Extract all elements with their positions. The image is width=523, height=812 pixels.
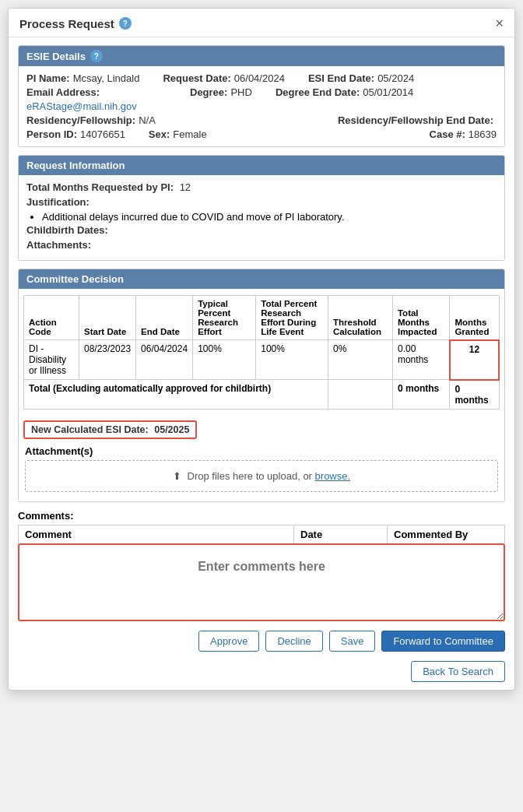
start-date-cell: 08/23/2023 bbox=[79, 340, 136, 380]
request-date-value: 06/04/2024 bbox=[234, 72, 285, 84]
months-requested-row: Total Months Requested by PI: 12 bbox=[26, 181, 497, 193]
modal-title: Process Request ? bbox=[19, 17, 132, 30]
committee-decision-section: Committee Decision Action Code Start Dat… bbox=[18, 269, 505, 502]
attachments-row: Attachments: bbox=[26, 239, 497, 251]
request-information-section: Request Information Total Months Request… bbox=[18, 155, 505, 261]
childbirth-row: Childbirth Dates: bbox=[26, 224, 497, 236]
residency-label: Residency/Fellowship: bbox=[26, 114, 135, 126]
back-to-search-button[interactable]: Back To Search bbox=[411, 661, 505, 682]
comment-col-header: Comment bbox=[19, 526, 294, 543]
sex-row: Sex: Female bbox=[149, 128, 207, 140]
esie-section-header: ESIE Details ? bbox=[19, 46, 504, 66]
request-section-header: Request Information bbox=[19, 156, 504, 175]
browse-link[interactable]: browse. bbox=[315, 470, 351, 482]
request-date-row: Request Date: 06/04/2024 bbox=[163, 72, 285, 84]
request-header-text: Request Information bbox=[26, 160, 125, 171]
attachments-section-label: Attachment(s) bbox=[25, 445, 498, 457]
col-end-date: End Date bbox=[136, 296, 193, 340]
col-action-code: Action Code bbox=[24, 296, 79, 340]
upload-icon: ⬆ bbox=[173, 470, 181, 482]
help-icon[interactable]: ? bbox=[119, 17, 132, 30]
comments-area: Comments: Comment Date Commented By bbox=[18, 510, 505, 621]
esi-end-date-value: 05/2024 bbox=[377, 72, 414, 84]
esi-date-container: New Calculated ESI Date: 05/2025 bbox=[23, 416, 500, 442]
justification-item: Additional delays incurred due to COVID … bbox=[42, 211, 497, 223]
esie-header-text: ESIE Details bbox=[26, 51, 86, 62]
drop-zone[interactable]: ⬆ Drop files here to upload, or browse. bbox=[25, 460, 498, 492]
degree-end-date-value: 05/01/2014 bbox=[363, 86, 413, 98]
modal-header: Process Request ? × bbox=[9, 9, 514, 37]
degree-end-date-label: Degree End Date: bbox=[276, 86, 360, 98]
request-section-body: Total Months Requested by PI: 12 Justifi… bbox=[19, 175, 504, 260]
degree-row: Degree: PHD bbox=[190, 86, 252, 98]
months-value: 12 bbox=[180, 181, 191, 193]
total-months-granted-cell: 0 months bbox=[450, 380, 499, 410]
modal-title-text: Process Request bbox=[19, 17, 114, 30]
committee-header-text: Committee Decision bbox=[26, 273, 124, 285]
months-label: Total Months Requested by PI: bbox=[26, 181, 174, 193]
committee-section-header: Committee Decision bbox=[19, 269, 504, 289]
degree-value: PHD bbox=[230, 86, 251, 98]
comments-table-header: Comment Date Commented By bbox=[18, 525, 505, 543]
request-date-label: Request Date: bbox=[163, 72, 230, 84]
col-months-granted: Months Granted bbox=[450, 296, 499, 340]
forward-to-committee-button[interactable]: Forward to Committee bbox=[381, 631, 505, 652]
residency-row: Residency/Fellowship: N/A bbox=[26, 114, 156, 126]
email-label: Email Address: bbox=[26, 86, 100, 98]
justification-row: Justification: bbox=[26, 196, 497, 208]
comments-label: Comments: bbox=[18, 510, 505, 522]
case-label: Case #: bbox=[430, 128, 465, 140]
end-date-cell: 06/04/2024 bbox=[136, 340, 193, 380]
justification-list: Additional delays incurred due to COVID … bbox=[42, 211, 497, 223]
col-typical-pct: Typical Percent Research Effort bbox=[193, 296, 256, 340]
total-threshold-cell bbox=[328, 380, 393, 410]
comments-textarea[interactable] bbox=[18, 543, 505, 621]
months-granted-cell[interactable] bbox=[450, 340, 499, 380]
degree-end-date-row: Degree End Date: 05/01/2014 bbox=[276, 86, 413, 98]
col-total-pct: Total Percent Research Effort During Lif… bbox=[256, 296, 328, 340]
new-esi-date-value: 05/2025 bbox=[154, 424, 189, 435]
email-row: Email Address: bbox=[26, 86, 167, 98]
residency-value: N/A bbox=[139, 114, 156, 126]
sex-label: Sex: bbox=[149, 128, 170, 140]
esie-section-body: PI Name: Mcsay, Lindald Request Date: 06… bbox=[19, 66, 504, 146]
sex-value: Female bbox=[173, 128, 206, 140]
person-id-value: 14076651 bbox=[80, 128, 125, 140]
new-esi-date-label: New Calculated ESI Date: bbox=[31, 424, 149, 435]
table-row: DI - Disability or Illness 08/23/2023 06… bbox=[24, 340, 500, 380]
esi-date-box: New Calculated ESI Date: 05/2025 bbox=[23, 420, 197, 439]
residency-end-label: Residency/Fellowship End Date: bbox=[338, 114, 493, 126]
esie-help-icon[interactable]: ? bbox=[90, 50, 103, 62]
esi-end-date-label: ESI End Date: bbox=[308, 72, 374, 84]
case-row: Case #: 18639 bbox=[430, 128, 497, 140]
col-start-date: Start Date bbox=[79, 296, 136, 340]
pi-name-label: PI Name: bbox=[26, 72, 70, 84]
decline-button[interactable]: Decline bbox=[265, 631, 322, 652]
person-id-label: Person ID: bbox=[26, 128, 77, 140]
process-request-modal: Process Request ? × ESIE Details ? PI Na… bbox=[8, 8, 515, 691]
total-row: Total (Excluding automatically approved … bbox=[24, 380, 500, 410]
date-col-header: Date bbox=[294, 526, 388, 543]
approve-button[interactable]: Approve bbox=[198, 631, 259, 652]
back-row: Back To Search bbox=[9, 658, 514, 690]
col-total-months: Total Months Impacted bbox=[392, 296, 449, 340]
committee-section-body: Action Code Start Date End Date Typical … bbox=[19, 289, 504, 501]
save-button[interactable]: Save bbox=[329, 631, 376, 652]
months-granted-input[interactable] bbox=[458, 344, 490, 355]
childbirth-label: Childbirth Dates: bbox=[26, 224, 108, 236]
commented-by-col-header: Commented By bbox=[388, 526, 504, 543]
footer-buttons: Approve Decline Save Forward to Committe… bbox=[9, 624, 514, 658]
email-link[interactable]: eRAStage@mail.nih.gov bbox=[26, 100, 137, 112]
total-label-cell: Total (Excluding automatically approved … bbox=[24, 380, 328, 410]
pi-name-row: PI Name: Mcsay, Lindald bbox=[26, 72, 139, 84]
total-pct-cell: 100% bbox=[256, 340, 328, 380]
person-id-row: Person ID: 14076651 bbox=[26, 128, 125, 140]
pi-name-value: Mcsay, Lindald bbox=[73, 72, 140, 84]
esi-end-date-row: ESI End Date: 05/2024 bbox=[308, 72, 414, 84]
degree-label: Degree: bbox=[190, 86, 227, 98]
typical-pct-cell: 100% bbox=[193, 340, 256, 380]
total-months-impacted-cell: 0 months bbox=[392, 380, 449, 410]
close-button[interactable]: × bbox=[495, 16, 504, 30]
col-threshold: Threshold Calculation bbox=[328, 296, 393, 340]
justification-label: Justification: bbox=[26, 196, 90, 208]
